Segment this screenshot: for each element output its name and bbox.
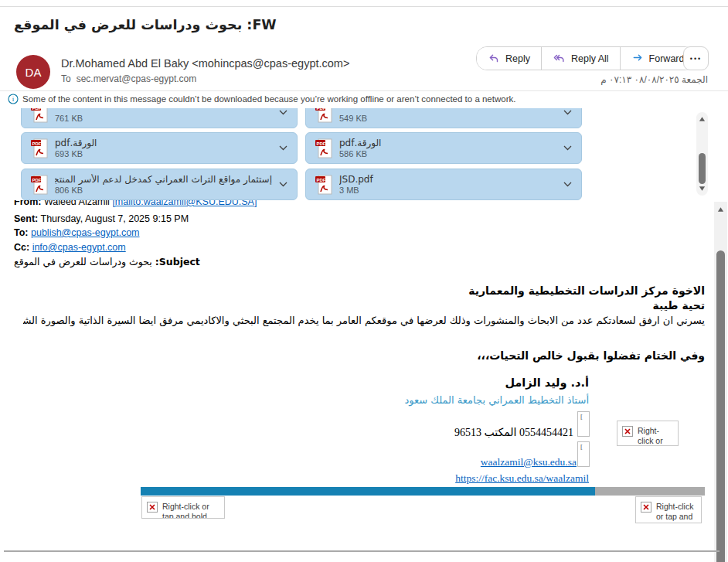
quoted-sent-line: Sent: Thursday, August 7, 2025 9:15 PM	[14, 213, 189, 225]
chevron-down-icon[interactable]	[563, 110, 572, 115]
reply-button[interactable]: Reply	[477, 47, 542, 70]
attachment-name: الورقة.pdf	[55, 138, 272, 149]
more-actions-button[interactable]: •••	[683, 46, 709, 70]
message-scrollbar[interactable]	[714, 202, 727, 562]
sent-value: Thursday, August 7, 2025 9:15 PM	[41, 213, 189, 224]
pdf-icon: PDF	[315, 108, 332, 123]
broken-image-x-icon	[622, 426, 633, 437]
quoted-subject-line: Subject: بحوث ودراسات للعرض في الموقع	[14, 256, 200, 267]
chevron-down-icon[interactable]	[563, 182, 572, 187]
attachment-card[interactable]: PDF JSD.pdf 3 MB	[305, 169, 582, 200]
attachment-card[interactable]: PDF 761 KB	[21, 108, 298, 128]
body-greeting-2: تحية طيبة	[652, 299, 705, 312]
attachments-panel: PDF 761 KB PDF 549 KB	[14, 108, 708, 200]
broken-image-x-icon	[147, 502, 158, 513]
broken-image-alt-text: Right-click or tap and hold	[656, 502, 698, 523]
reply-all-arrow-icon	[553, 53, 566, 64]
loading-bar-remainder	[595, 487, 705, 496]
attachment-size: 549 KB	[339, 114, 556, 124]
attachment-size: 806 KB	[55, 186, 272, 196]
svg-text:PDF: PDF	[32, 141, 42, 145]
attachment-size: 3 MB	[339, 186, 556, 196]
attachment-card[interactable]: PDF الورقة.pdf 693 KB	[21, 132, 298, 164]
attachment-size: 693 KB	[55, 149, 272, 159]
quoted-cc-line: Cc: info@cpas-egypt.com	[14, 242, 126, 254]
attachment-size: 761 KB	[55, 114, 272, 124]
pdf-icon: PDF	[315, 138, 332, 158]
svg-text:i: i	[12, 95, 15, 103]
scroll-up-icon[interactable]	[699, 116, 706, 122]
attachment-name: إستثمار مواقع التراث العمراني كمدخل لدعم…	[55, 174, 272, 186]
quoted-to-line: To: publish@cpas-egypt.com	[14, 227, 140, 239]
signature-website-link[interactable]: https://fac.ksu.edu.sa/waalzamil	[455, 472, 589, 485]
scrollbar-thumb[interactable]	[699, 153, 706, 184]
to-label: To	[61, 73, 71, 84]
scroll-up-icon[interactable]	[717, 206, 724, 213]
broken-image-placeholder[interactable]: [	[577, 441, 590, 467]
broken-image-placeholder[interactable]: Right-click or tap and hold	[141, 496, 225, 519]
broken-image-alt-text: Right-click or tap and hold	[162, 502, 221, 519]
avatar[interactable]: DA	[16, 55, 50, 89]
attachment-name: JSD.pdf	[339, 174, 556, 186]
signature-email-link[interactable]: waalzamil@ksu.edu.sa	[481, 456, 577, 468]
broken-image-alt-text: Right-click or tap and hold	[638, 426, 675, 446]
chevron-down-icon[interactable]	[279, 182, 287, 187]
received-datetime: الجمعة ٠٨/٠٨/٢٠٢٥ ٠٧:١٣ م	[600, 74, 708, 85]
svg-text:PDF: PDF	[317, 141, 326, 145]
banner-divider	[0, 90, 728, 91]
scrollbar-thumb[interactable]	[716, 250, 725, 562]
body-closing: وفي الختام تفضلوا بقبول خالص التحيات،،،	[477, 349, 705, 362]
body-greeting-1: الاخوة مركز الدراسات التخطيطية والمعماري…	[468, 284, 705, 297]
attachment-card[interactable]: PDF 549 KB	[305, 108, 582, 128]
attachment-card[interactable]: PDF الورقة.pdf 586 KB	[305, 132, 582, 164]
loading-bar-filled	[141, 487, 595, 496]
offline-banner: i Some of the content in this message co…	[8, 94, 515, 104]
bottom-divider	[4, 550, 719, 552]
quoted-to-label: To:	[14, 227, 29, 238]
broken-image-placeholder[interactable]: Right-click or tap and hold	[617, 421, 679, 446]
quoted-subject-value: بحوث ودراسات للعرض في الموقع	[14, 256, 152, 267]
info-icon: i	[8, 94, 19, 104]
svg-text:PDF: PDF	[32, 177, 42, 182]
email-reading-pane: FW: بحوث ودراسات للعرض في الموقع DA Dr.M…	[0, 0, 728, 562]
sender-name[interactable]: Dr.Mohamed Abd El Baky <mohincpas@cpas-e…	[61, 57, 349, 70]
svg-text:PDF: PDF	[317, 108, 326, 110]
quoted-cc-link[interactable]: info@cpas-egypt.com	[32, 242, 126, 253]
signature-title[interactable]: أستاذ التخطيط العمراني بجامعة الملك سعود	[405, 394, 589, 406]
reply-all-button[interactable]: Reply All	[542, 47, 621, 70]
offline-banner-text: Some of the content in this message coul…	[22, 94, 515, 104]
attachment-name: الورقة.pdf	[339, 138, 556, 149]
loading-bar	[141, 487, 705, 496]
quoted-subject-label: Subject:	[155, 256, 200, 267]
scroll-down-icon[interactable]	[699, 186, 706, 192]
attachment-card[interactable]: PDF إستثمار مواقع التراث العمراني كمدخل …	[21, 169, 298, 200]
top-divider	[0, 6, 728, 7]
recipient-line: Tosec.mervat@cpas-egypt.com	[61, 73, 196, 84]
pdf-icon: PDF	[31, 138, 48, 158]
attachment-size: 586 KB	[339, 149, 556, 159]
chevron-down-icon[interactable]	[279, 110, 287, 115]
signature-name: أ.د. وليد الزامل	[505, 376, 589, 389]
body-paragraph: يسرني ان ارفق لسعادتكم عدد من الابحاث وا…	[23, 315, 705, 326]
broken-image-x-icon	[641, 502, 651, 513]
signature-phone: 0554454421 المكتب 96513	[454, 426, 573, 439]
quoted-cc-label: Cc:	[14, 242, 29, 253]
email-subject: FW: بحوث ودراسات للعرض في الموقع	[14, 17, 493, 32]
reply-label: Reply	[505, 53, 530, 64]
reply-all-label: Reply All	[571, 53, 609, 64]
pdf-icon: PDF	[31, 108, 48, 123]
quoted-to-link[interactable]: publish@cpas-egypt.com	[31, 227, 140, 238]
sent-label: Sent:	[14, 213, 38, 224]
chevron-down-icon[interactable]	[563, 145, 572, 151]
svg-text:PDF: PDF	[32, 108, 42, 110]
chevron-down-icon[interactable]	[279, 145, 287, 151]
attachments-scrollbar[interactable]	[696, 112, 708, 196]
to-recipient[interactable]: sec.mervat@cpas-egypt.com	[77, 73, 197, 84]
pdf-icon: PDF	[31, 175, 48, 195]
svg-text:PDF: PDF	[317, 177, 326, 182]
forward-arrow-icon	[631, 53, 644, 64]
forward-label: Forward	[649, 53, 685, 64]
broken-image-placeholder[interactable]: [	[577, 411, 590, 437]
reply-arrow-icon	[488, 53, 500, 64]
broken-image-placeholder[interactable]: Right-click or tap and hold	[635, 496, 702, 523]
